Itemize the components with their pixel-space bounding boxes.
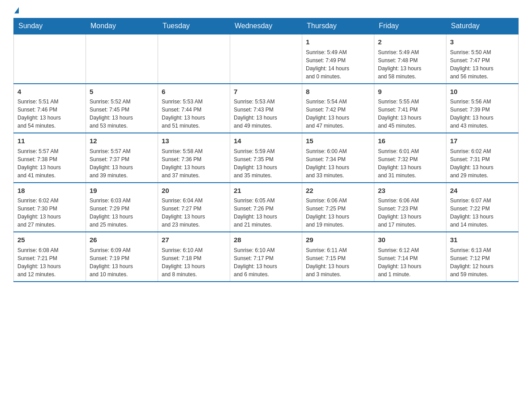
- calendar-week-row: 25Sunrise: 6:08 AM Sunset: 7:21 PM Dayli…: [14, 232, 519, 282]
- day-number: 20: [162, 186, 226, 196]
- day-number: 1: [306, 37, 370, 47]
- day-number: 22: [306, 186, 370, 196]
- calendar-week-row: 4Sunrise: 5:51 AM Sunset: 7:46 PM Daylig…: [14, 84, 519, 133]
- calendar-cell: 1Sunrise: 5:49 AM Sunset: 7:49 PM Daylig…: [302, 34, 374, 84]
- calendar-cell: 31Sunrise: 6:13 AM Sunset: 7:12 PM Dayli…: [446, 232, 519, 282]
- calendar-cell: 9Sunrise: 5:55 AM Sunset: 7:41 PM Daylig…: [374, 84, 446, 133]
- day-number: 5: [90, 87, 154, 97]
- day-info: Sunrise: 5:57 AM Sunset: 7:37 PM Dayligh…: [90, 147, 154, 180]
- calendar-cell: 20Sunrise: 6:04 AM Sunset: 7:27 PM Dayli…: [158, 183, 230, 232]
- day-number: 27: [162, 235, 226, 245]
- calendar-cell: 12Sunrise: 5:57 AM Sunset: 7:37 PM Dayli…: [86, 133, 158, 183]
- day-number: 2: [378, 37, 442, 47]
- calendar-cell: [14, 34, 86, 84]
- weekday-header-thursday: Thursday: [302, 18, 374, 34]
- calendar-cell: 11Sunrise: 5:57 AM Sunset: 7:38 PM Dayli…: [14, 133, 86, 183]
- day-number: 3: [450, 37, 515, 47]
- calendar-cell: 22Sunrise: 6:06 AM Sunset: 7:25 PM Dayli…: [302, 183, 374, 232]
- day-info: Sunrise: 5:54 AM Sunset: 7:42 PM Dayligh…: [306, 98, 370, 130]
- day-info: Sunrise: 6:04 AM Sunset: 7:27 PM Dayligh…: [162, 197, 226, 229]
- calendar-cell: 21Sunrise: 6:05 AM Sunset: 7:26 PM Dayli…: [230, 183, 302, 232]
- calendar-cell: 5Sunrise: 5:52 AM Sunset: 7:45 PM Daylig…: [86, 84, 158, 133]
- calendar-week-row: 11Sunrise: 5:57 AM Sunset: 7:38 PM Dayli…: [14, 133, 519, 183]
- day-number: 13: [162, 136, 226, 146]
- day-number: 26: [90, 235, 154, 245]
- day-info: Sunrise: 5:53 AM Sunset: 7:43 PM Dayligh…: [234, 98, 298, 130]
- calendar-cell: 28Sunrise: 6:10 AM Sunset: 7:17 PM Dayli…: [230, 232, 302, 282]
- day-number: 6: [162, 87, 226, 97]
- calendar-cell: 14Sunrise: 5:59 AM Sunset: 7:35 PM Dayli…: [230, 133, 302, 183]
- day-info: Sunrise: 5:49 AM Sunset: 7:49 PM Dayligh…: [306, 48, 370, 81]
- day-info: Sunrise: 6:08 AM Sunset: 7:21 PM Dayligh…: [17, 246, 82, 278]
- page-header: [13, 9, 519, 13]
- calendar-cell: 19Sunrise: 6:03 AM Sunset: 7:29 PM Dayli…: [86, 183, 158, 232]
- calendar-cell: 13Sunrise: 5:58 AM Sunset: 7:36 PM Dayli…: [158, 133, 230, 183]
- calendar-cell: 3Sunrise: 5:50 AM Sunset: 7:47 PM Daylig…: [446, 34, 519, 84]
- day-number: 18: [17, 186, 82, 196]
- day-info: Sunrise: 6:00 AM Sunset: 7:34 PM Dayligh…: [306, 147, 370, 180]
- calendar-cell: 10Sunrise: 5:56 AM Sunset: 7:39 PM Dayli…: [446, 84, 519, 133]
- day-info: Sunrise: 5:53 AM Sunset: 7:44 PM Dayligh…: [162, 98, 226, 130]
- calendar-cell: 2Sunrise: 5:49 AM Sunset: 7:48 PM Daylig…: [374, 34, 446, 84]
- day-info: Sunrise: 6:05 AM Sunset: 7:26 PM Dayligh…: [234, 197, 298, 229]
- day-number: 25: [17, 235, 82, 245]
- calendar-cell: 23Sunrise: 6:06 AM Sunset: 7:23 PM Dayli…: [374, 183, 446, 232]
- day-info: Sunrise: 6:13 AM Sunset: 7:12 PM Dayligh…: [450, 246, 515, 278]
- day-number: 21: [234, 186, 298, 196]
- day-number: 16: [378, 136, 442, 146]
- calendar-cell: 25Sunrise: 6:08 AM Sunset: 7:21 PM Dayli…: [14, 232, 86, 282]
- day-info: Sunrise: 6:03 AM Sunset: 7:29 PM Dayligh…: [90, 197, 154, 229]
- day-number: 19: [90, 186, 154, 196]
- calendar-table: SundayMondayTuesdayWednesdayThursdayFrid…: [13, 18, 519, 282]
- weekday-header-saturday: Saturday: [446, 18, 519, 34]
- calendar-cell: 26Sunrise: 6:09 AM Sunset: 7:19 PM Dayli…: [86, 232, 158, 282]
- calendar-cell: 7Sunrise: 5:53 AM Sunset: 7:43 PM Daylig…: [230, 84, 302, 133]
- calendar-cell: 15Sunrise: 6:00 AM Sunset: 7:34 PM Dayli…: [302, 133, 374, 183]
- day-number: 31: [450, 235, 515, 245]
- day-info: Sunrise: 6:02 AM Sunset: 7:30 PM Dayligh…: [17, 197, 82, 229]
- day-info: Sunrise: 6:10 AM Sunset: 7:17 PM Dayligh…: [234, 246, 298, 278]
- day-number: 30: [378, 235, 442, 245]
- calendar-cell: [230, 34, 302, 84]
- day-info: Sunrise: 5:58 AM Sunset: 7:36 PM Dayligh…: [162, 147, 226, 180]
- calendar-cell: 17Sunrise: 6:02 AM Sunset: 7:31 PM Dayli…: [446, 133, 519, 183]
- day-number: 7: [234, 87, 298, 97]
- day-info: Sunrise: 5:52 AM Sunset: 7:45 PM Dayligh…: [90, 98, 154, 130]
- calendar-cell: [86, 34, 158, 84]
- weekday-header-tuesday: Tuesday: [158, 18, 230, 34]
- weekday-header-sunday: Sunday: [14, 18, 86, 34]
- day-info: Sunrise: 6:02 AM Sunset: 7:31 PM Dayligh…: [450, 147, 515, 180]
- calendar-header-row: SundayMondayTuesdayWednesdayThursdayFrid…: [14, 18, 519, 34]
- day-number: 8: [306, 87, 370, 97]
- calendar-cell: 24Sunrise: 6:07 AM Sunset: 7:22 PM Dayli…: [446, 183, 519, 232]
- day-info: Sunrise: 5:49 AM Sunset: 7:48 PM Dayligh…: [378, 48, 442, 81]
- day-number: 17: [450, 136, 515, 146]
- calendar-cell: [158, 34, 230, 84]
- day-number: 14: [234, 136, 298, 146]
- day-number: 23: [378, 186, 442, 196]
- calendar-week-row: 18Sunrise: 6:02 AM Sunset: 7:30 PM Dayli…: [14, 183, 519, 232]
- day-info: Sunrise: 6:07 AM Sunset: 7:22 PM Dayligh…: [450, 197, 515, 229]
- day-info: Sunrise: 5:56 AM Sunset: 7:39 PM Dayligh…: [450, 98, 515, 130]
- day-number: 24: [450, 186, 515, 196]
- day-number: 12: [90, 136, 154, 146]
- calendar-cell: 18Sunrise: 6:02 AM Sunset: 7:30 PM Dayli…: [14, 183, 86, 232]
- logo: [13, 9, 19, 13]
- calendar-week-row: 1Sunrise: 5:49 AM Sunset: 7:49 PM Daylig…: [14, 34, 519, 84]
- day-info: Sunrise: 6:12 AM Sunset: 7:14 PM Dayligh…: [378, 246, 442, 278]
- day-info: Sunrise: 6:06 AM Sunset: 7:25 PM Dayligh…: [306, 197, 370, 229]
- day-number: 10: [450, 87, 515, 97]
- weekday-header-wednesday: Wednesday: [230, 18, 302, 34]
- calendar-cell: 16Sunrise: 6:01 AM Sunset: 7:32 PM Dayli…: [374, 133, 446, 183]
- day-info: Sunrise: 5:57 AM Sunset: 7:38 PM Dayligh…: [17, 147, 82, 180]
- calendar-cell: 27Sunrise: 6:10 AM Sunset: 7:18 PM Dayli…: [158, 232, 230, 282]
- day-info: Sunrise: 6:01 AM Sunset: 7:32 PM Dayligh…: [378, 147, 442, 180]
- day-info: Sunrise: 6:10 AM Sunset: 7:18 PM Dayligh…: [162, 246, 226, 278]
- day-number: 15: [306, 136, 370, 146]
- calendar-cell: 4Sunrise: 5:51 AM Sunset: 7:46 PM Daylig…: [14, 84, 86, 133]
- day-number: 11: [17, 136, 82, 146]
- weekday-header-monday: Monday: [86, 18, 158, 34]
- day-info: Sunrise: 5:51 AM Sunset: 7:46 PM Dayligh…: [17, 98, 82, 130]
- day-number: 28: [234, 235, 298, 245]
- day-number: 29: [306, 235, 370, 245]
